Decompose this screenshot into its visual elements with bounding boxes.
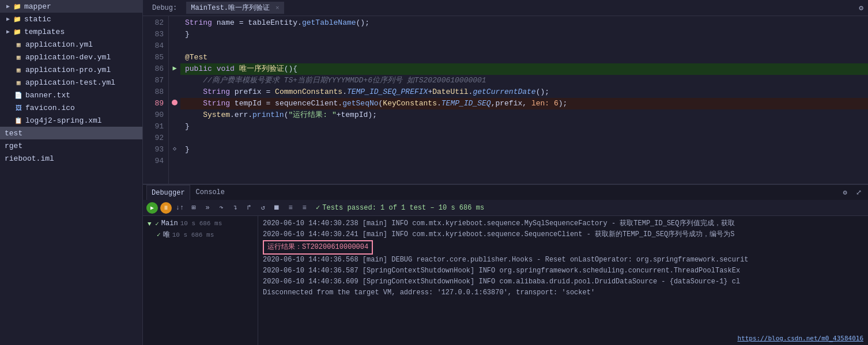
run-button[interactable]: ▶ [146, 202, 158, 214]
expand-icon[interactable]: ⤢ [853, 187, 865, 198]
code-editor: 82 83 84 85 86 87 88 89 90 91 92 93 94 ▶ [143, 16, 868, 184]
code-line-89: String tempId = sequenceClient.getSeqNo(… [180, 98, 868, 109]
code-lines: String name = tableEntity.getTableName()… [180, 16, 868, 184]
sidebar-item-log4j2[interactable]: 📋 log4j2-spring.xml [0, 114, 142, 127]
sidebar-item-test[interactable]: test [0, 127, 142, 139]
folder-icon-templates: 📁 [13, 27, 22, 36]
test-main-label: Main [161, 219, 178, 228]
gutter-84 [169, 39, 180, 51]
debug-arrow-icon: ▶ [172, 64, 176, 73]
sidebar-item-application-yml[interactable]: ▦ application.yml [0, 38, 142, 51]
test-tree-main[interactable]: ▼ ✓ Main 10 s 686 ms [143, 218, 258, 229]
ln-89: 89 [143, 98, 164, 109]
test-pass-icon-main: ▼ ✓ [148, 220, 159, 228]
debugger-tab-label: Debugger [152, 189, 185, 197]
gutter-92 [169, 131, 180, 143]
align-left-icon[interactable]: ≡ [285, 202, 296, 214]
sidebar-item-mapper[interactable]: ▶ 📁 mapper [0, 0, 142, 13]
sidebar: ▶ 📁 mapper ▶ 📁 static ▶ 📁 templates ▦ ap… [0, 0, 143, 345]
code-line-84 [180, 40, 868, 52]
sidebar-item-banner-txt[interactable]: 📄 banner.txt [0, 89, 142, 101]
ln-83: 83 [143, 29, 164, 40]
test-status-text: Tests passed: 1 of 1 test – 10 s 686 ms [322, 204, 484, 212]
ln-88: 88 [143, 86, 164, 98]
code-line-83: } [180, 29, 868, 40]
gutter-87 [169, 74, 180, 85]
ln-91: 91 [143, 121, 164, 132]
sort-icon[interactable]: ↓↑ [174, 202, 186, 214]
ln-94: 94 [143, 156, 164, 167]
sidebar-item-app-dev-yml[interactable]: ▦ application-dev.yml [0, 51, 142, 63]
gutter-diamond-icon: ◇ [173, 145, 176, 152]
code-line-82: String name = tableEntity.getTableName()… [180, 17, 868, 29]
test-tree: ▼ ✓ Main 10 s 686 ms ✓ 唯 10 s 686 ms [143, 216, 258, 345]
editor-gutter: ▶ ◇ [169, 16, 180, 184]
console-line-6: Disconnected from the target VM, address… [263, 287, 863, 298]
sidebar-item-rieboot[interactable]: rieboot.iml [0, 152, 142, 165]
gutter-90 [169, 108, 180, 120]
ln-93: 93 [143, 144, 164, 156]
sidebar-item-favicon[interactable]: 🖼 favicon.ico [0, 101, 142, 114]
step-over-icon[interactable]: ↷ [216, 202, 227, 214]
bottom-link-area: https://blog.csdn.net/m0_43584016 [737, 334, 863, 343]
step-out-icon[interactable]: ↱ [243, 202, 255, 214]
test-sub-label: 唯 [163, 230, 170, 240]
run-tab-bar: Debugger Console ⚙ ⤢ [143, 185, 868, 200]
debug-file-tab[interactable]: MainTest.唯一序列验证 × [186, 2, 284, 14]
debug-tab-label: MainTest.唯一序列验证 [191, 3, 270, 13]
file-icon-log4j2: 📋 [14, 116, 23, 125]
sidebar-item-app-test-yml[interactable]: ▦ application-test.yml [0, 76, 142, 89]
settings-icon[interactable]: ⚙ [859, 3, 863, 13]
pause-button[interactable]: ⏸ [160, 202, 172, 214]
sidebar-label-mapper: mapper [24, 2, 51, 11]
console-line-4: 2020-06-10 14:40:36.587 [SpringContextSh… [263, 266, 863, 276]
ln-87: 87 [143, 75, 164, 86]
sidebar-label-log4j2: log4j2-spring.xml [25, 116, 102, 125]
sidebar-item-rget[interactable]: rget [0, 139, 142, 152]
sidebar-item-app-pro-yml[interactable]: ▦ application-pro.yml [0, 63, 142, 76]
test-tree-sub[interactable]: ✓ 唯 10 s 686 ms [143, 229, 258, 241]
test-status: ✓ Tests passed: 1 of 1 test – 10 s 686 m… [316, 203, 484, 212]
sidebar-label-rget: rget [5, 142, 22, 150]
breakpoint-icon[interactable] [172, 100, 178, 105]
console-line-result: 运行结果：ST20200610000004 [263, 240, 863, 255]
code-line-90: System.err.println("运行结果: "+tempId); [180, 109, 868, 121]
panel-right-icons: ⚙ ⤢ [839, 187, 865, 198]
blog-link[interactable]: https://blog.csdn.net/m0_43584016 [737, 335, 863, 342]
gutter-86: ▶ [169, 62, 180, 74]
arrow-static: ▶ [5, 16, 12, 22]
console-line-3: 2020-06-10 14:40:36.568 [main] DEBUG rea… [263, 255, 863, 266]
gutter-93: ◇ [169, 143, 180, 154]
rerun-icon[interactable]: ↺ [257, 202, 269, 214]
console-output: 2020-06-10 14:40:30.238 [main] INFO com.… [258, 216, 868, 345]
stop-icon[interactable]: ⏹ [271, 202, 282, 214]
code-line-85: @Test [180, 52, 868, 63]
code-line-92 [180, 132, 868, 144]
test-main-time: 10 s 686 ms [180, 220, 222, 227]
gutter-91 [169, 120, 180, 131]
ln-84: 84 [143, 40, 164, 52]
gutter-82 [169, 16, 180, 28]
console-line-1: 2020-06-10 14:40:30.238 [main] INFO com.… [263, 218, 863, 229]
tab-console[interactable]: Console [191, 185, 229, 200]
step-into-icon[interactable]: ↴ [229, 202, 241, 214]
line-numbers: 82 83 84 85 86 87 88 89 90 91 92 93 94 [143, 16, 169, 184]
settings-panel-icon[interactable]: ⚙ [839, 187, 851, 198]
align-right-icon[interactable]: ≡ [299, 202, 310, 214]
console-line-2: 2020-06-10 14:40:30.241 [main] INFO com.… [263, 229, 863, 240]
ln-85: 85 [143, 52, 164, 63]
folder-icon-static: 📁 [13, 14, 22, 24]
folder-icon-mapper: 📁 [13, 2, 22, 11]
arrow-down-icon[interactable]: » [202, 202, 213, 214]
filter-icon[interactable]: ⊞ [188, 202, 199, 214]
gutter-85 [169, 51, 180, 62]
panel-content: ▼ ✓ Main 10 s 686 ms ✓ 唯 10 s 686 ms 202… [143, 216, 868, 345]
code-line-94 [180, 156, 868, 167]
sidebar-label-banner: banner.txt [25, 91, 70, 100]
code-line-91: } [180, 121, 868, 132]
arrow-templates: ▶ [5, 28, 12, 35]
tab-debugger[interactable]: Debugger [146, 185, 190, 200]
sidebar-item-templates[interactable]: ▶ 📁 templates [0, 25, 142, 38]
close-tab-icon[interactable]: × [276, 5, 280, 12]
sidebar-item-static[interactable]: ▶ 📁 static [0, 13, 142, 25]
